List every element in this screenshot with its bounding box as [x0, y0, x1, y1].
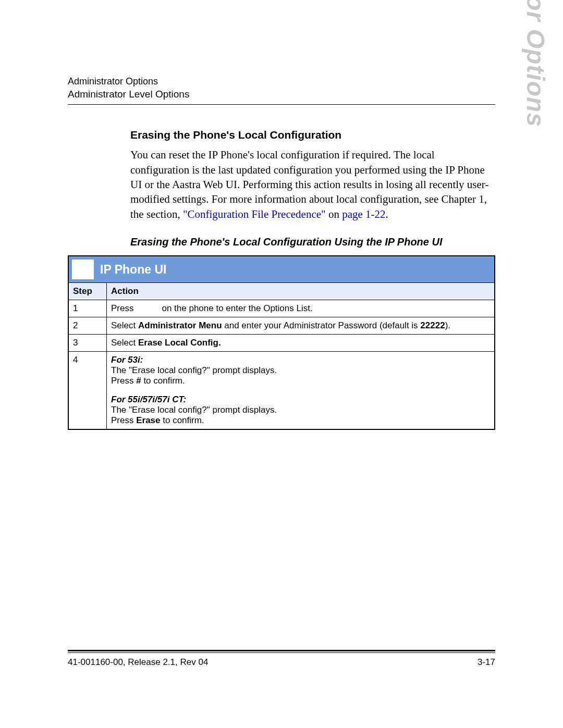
- table-row: 1 Presson the phone to enter the Options…: [69, 300, 494, 317]
- table-row: 2 Select Administrator Menu and enter yo…: [69, 317, 494, 335]
- step-number: 3: [69, 335, 107, 352]
- text: to confirm.: [141, 376, 185, 386]
- table-row: 3 Select Erase Local Config.: [69, 335, 494, 352]
- spacer: [111, 386, 490, 394]
- xref-config-file-precedence[interactable]: "Configuration File Precedence": [183, 208, 326, 220]
- table-header-row: Step Action: [69, 283, 494, 300]
- step-number: 2: [69, 317, 107, 335]
- text: The "Erase local config?" prompt display…: [111, 365, 490, 376]
- text-bold: Administrator Menu: [138, 320, 222, 330]
- header-line-2: Administrator Level Options: [68, 89, 495, 100]
- page-footer: 41-001160-00, Release 2.1, Rev 04 3-17: [68, 650, 495, 668]
- text: Press: [111, 303, 133, 313]
- text: Select: [111, 320, 138, 330]
- section-body: You can reset the IP Phone's local confi…: [130, 147, 495, 221]
- text-bold: Erase: [136, 415, 160, 425]
- footer-rule-thick: [68, 650, 495, 651]
- text: ).: [445, 320, 450, 330]
- text-line: Press Erase to confirm.: [111, 415, 490, 426]
- xref-page-1-22[interactable]: page 1-22: [342, 208, 385, 220]
- section-heading: Erasing the Phone's Local Configuration: [130, 129, 495, 141]
- text: on the phone to enter the Options List.: [162, 303, 312, 313]
- text: Press: [111, 376, 136, 386]
- step-number: 1: [69, 300, 107, 317]
- content-area: Administrator Options Administrator Leve…: [68, 75, 495, 655]
- phone-ui-icon: [72, 260, 94, 279]
- text: to confirm.: [161, 415, 204, 425]
- step-action: Select Erase Local Config.: [107, 335, 495, 352]
- body-text-on: on: [326, 208, 342, 220]
- model-heading: For 55i/57i/57i CT:: [111, 394, 490, 405]
- text: The "Erase local config?" prompt display…: [111, 405, 490, 415]
- step-action: Presson the phone to enter the Options L…: [107, 300, 495, 317]
- footer-page-number: 3-17: [478, 657, 495, 668]
- model-heading: For 53i:: [111, 355, 490, 365]
- page: Administrator Options Administrator Opti…: [0, 0, 563, 728]
- header-rule: [68, 104, 495, 105]
- text-line: Press # to confirm.: [111, 376, 490, 386]
- step-action: For 53i: The "Erase local config?" promp…: [107, 352, 495, 429]
- side-section-title: Administrator Options: [521, 0, 550, 127]
- table-row: 4 For 53i: The "Erase local config?" pro…: [69, 352, 494, 429]
- text: Press: [111, 415, 136, 425]
- step-action: Select Administrator Menu and enter your…: [107, 317, 495, 335]
- col-step: Step: [69, 283, 107, 300]
- text: and enter your Administrator Password (d…: [222, 320, 421, 330]
- footer-rule-thin: [68, 652, 495, 653]
- header-line-1: Administrator Options: [68, 75, 495, 88]
- subsection-heading: Erasing the Phone's Local Configuration …: [130, 236, 495, 248]
- step-number: 4: [69, 352, 107, 429]
- procedure-title-row: IP Phone UI: [69, 256, 494, 282]
- procedure-title: IP Phone UI: [100, 256, 166, 282]
- text-bold: 22222: [420, 320, 445, 330]
- procedure-table: Step Action 1 Presson the phone to enter…: [69, 282, 494, 429]
- text: Select: [111, 338, 138, 348]
- text-bold: #: [136, 376, 141, 386]
- procedure-box: IP Phone UI Step Action 1 Presson the ph…: [68, 255, 495, 430]
- text-bold: Erase Local Config.: [138, 338, 221, 348]
- body-text-post: .: [386, 208, 388, 220]
- col-action: Action: [107, 283, 495, 300]
- footer-doc-id: 41-001160-00, Release 2.1, Rev 04: [68, 657, 208, 668]
